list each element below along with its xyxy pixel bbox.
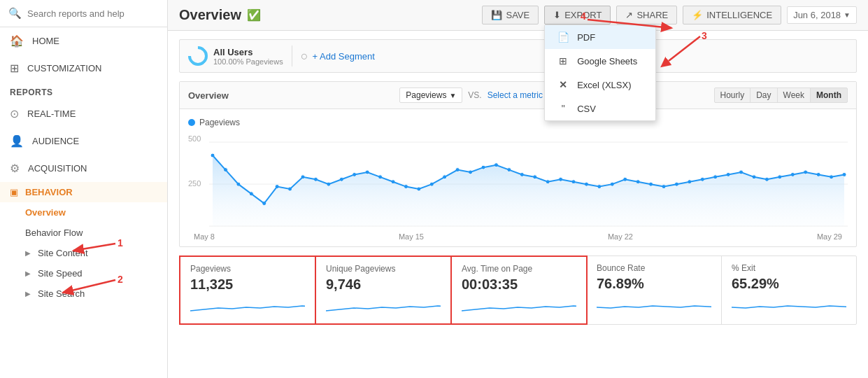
sidebar-subitem-site-search[interactable]: ▶ Site Search: [0, 284, 167, 304]
sidebar-item-behavior[interactable]: ▣ BEHAVIOR: [0, 182, 167, 202]
audience-icon: 👤: [10, 134, 24, 148]
y-label-500: 500: [188, 134, 201, 143]
date-may15: May 15: [399, 232, 424, 241]
add-segment-btn[interactable]: ○ + Add Segment: [301, 49, 375, 64]
chart-legend: Pageviews: [188, 118, 848, 127]
sidebar-item-acquisition[interactable]: ⚙ ACQUISITION: [0, 155, 167, 182]
search-icon: 🔍: [8, 7, 22, 20]
mini-chart-pageviews: [190, 297, 305, 316]
sidebar: 🔍 🏠 HOME ⊞ CUSTOMIZATION Reports ⊙ REAL-…: [0, 0, 168, 378]
add-segment-icon: ○: [301, 49, 308, 64]
chart-area: Pageviews 500 250: [180, 109, 856, 246]
all-users-segment: All Users 100.00% Pageviews: [188, 46, 283, 66]
stat-pageviews-value: 11,325: [190, 276, 305, 293]
mini-chart-avgtime: [462, 297, 576, 316]
export-label: EXPORT: [564, 10, 602, 20]
stat-avg-time: Avg. Time on Page 00:03:35: [450, 255, 588, 325]
stat-bounce-value: 76.89%: [597, 276, 711, 292]
save-icon: 💾: [491, 10, 502, 20]
intelligence-button[interactable]: ⚡ INTELLIGENCE: [683, 6, 781, 24]
y-label-250: 250: [188, 179, 201, 188]
metric-label: Pageviews: [406, 90, 446, 100]
date-may29: May 29: [817, 232, 842, 241]
select-metric-link[interactable]: Select a metric: [488, 90, 543, 100]
intelligence-icon: ⚡: [692, 10, 703, 20]
stat-bounce-rate: Bounce Rate 76.89%: [587, 256, 722, 324]
export-menu: 📄 PDF ⊞ Google Sheets ✕ Excel (XLSX) " C…: [544, 24, 656, 121]
share-button[interactable]: ↗ SHARE: [616, 6, 677, 24]
export-excel[interactable]: ✕ Excel (XLSX): [545, 73, 655, 97]
stat-pageviews-label: Pageviews: [190, 264, 305, 274]
time-tab-week[interactable]: Week: [777, 88, 811, 103]
mini-chart-bounce: [597, 296, 711, 316]
reports-section-label: Reports: [0, 82, 167, 100]
export-pdf[interactable]: 📄 PDF: [545, 25, 655, 49]
stat-exit-value: 65.29%: [732, 276, 846, 292]
metric-select[interactable]: Pageviews ▼: [399, 88, 462, 103]
acquisition-icon: ⚙: [10, 162, 20, 175]
behavior-icon: ▣: [10, 187, 18, 197]
save-label: SAVE: [506, 10, 529, 20]
content-area: All Users 100.00% Pageviews ○ + Add Segm…: [168, 31, 868, 378]
mini-chart-exit: [732, 296, 846, 316]
csv-icon: ": [556, 103, 570, 114]
sidebar-item-home-label: HOME: [32, 36, 59, 46]
chevron-right-icon2: ▶: [25, 270, 31, 277]
metric-controls: Pageviews ▼ VS. Select a metric: [399, 88, 543, 103]
sidebar-item-customization[interactable]: ⊞ CUSTOMIZATION: [0, 55, 167, 82]
add-segment-label: + Add Segment: [313, 51, 375, 62]
export-dropdown: ⬇ EXPORT 📄 PDF ⊞ Google Sheets ✕ Excel (…: [544, 6, 611, 24]
search-input[interactable]: [27, 8, 159, 19]
customization-icon: ⊞: [10, 62, 19, 75]
sidebar-item-audience[interactable]: 👤 AUDIENCE: [0, 127, 167, 155]
segment-bar: All Users 100.00% Pageviews ○ + Add Segm…: [179, 39, 857, 73]
sidebar-subitem-site-speed[interactable]: ▶ Site Speed: [0, 263, 167, 284]
segment-name: All Users: [213, 47, 283, 57]
date-range-chevron: ▼: [844, 11, 851, 19]
date-may8: May 8: [194, 232, 215, 241]
sidebar-behavior-label: BEHAVIOR: [25, 187, 73, 197]
date-may22: May 22: [608, 232, 633, 241]
export-button[interactable]: ⬇ EXPORT: [544, 6, 611, 24]
sidebar-realtime-label: REAL-TIME: [27, 108, 76, 119]
home-icon: 🏠: [10, 34, 24, 48]
search-bar[interactable]: 🔍: [0, 0, 167, 27]
chevron-right-icon3: ▶: [25, 290, 31, 298]
toolbar: Overview ✅ 💾 SAVE ⬇ EXPORT 📄 PDF ⊞ Googl…: [168, 0, 868, 31]
sidebar-sitespeed-label: Site Speed: [38, 268, 83, 279]
sidebar-sitesearch-label: Site Search: [38, 288, 85, 299]
stat-exit-label: % Exit: [732, 263, 846, 273]
sheets-icon: ⊞: [556, 55, 570, 66]
time-tab-hourly[interactable]: Hourly: [714, 88, 751, 103]
date-range-text: Jun 6, 2018: [793, 10, 841, 20]
time-tabs: Hourly Day Week Month: [714, 88, 848, 103]
segment-divider: [292, 46, 292, 66]
main-content: Overview ✅ 💾 SAVE ⬇ EXPORT 📄 PDF ⊞ Googl…: [168, 0, 868, 378]
vs-label: VS.: [468, 90, 481, 100]
sidebar-item-realtime[interactable]: ⊙ REAL-TIME: [0, 100, 167, 127]
stat-avgtime-label: Avg. Time on Page: [462, 264, 576, 274]
page-title: Overview ✅: [179, 7, 476, 23]
export-pdf-label: PDF: [577, 32, 595, 43]
export-google-sheets[interactable]: ⊞ Google Sheets: [545, 49, 655, 73]
date-range[interactable]: Jun 6, 2018 ▼: [787, 6, 857, 24]
sidebar-behaviorflow-label: Behavior Flow: [25, 227, 83, 238]
sidebar-subitem-overview[interactable]: Overview: [0, 202, 167, 223]
export-sheets-label: Google Sheets: [577, 56, 637, 66]
export-csv[interactable]: " CSV: [545, 97, 655, 120]
overview-header: Overview Pageviews ▼ VS. Select a metric…: [180, 82, 856, 109]
sidebar-audience-label: AUDIENCE: [32, 136, 79, 146]
sidebar-subitem-behavior-flow[interactable]: Behavior Flow: [0, 223, 167, 243]
chart-svg: [209, 132, 848, 230]
time-tab-month[interactable]: Month: [810, 88, 848, 103]
legend-label: Pageviews: [199, 118, 240, 127]
sidebar-subitem-site-content[interactable]: ▶ Site Content: [0, 243, 167, 263]
export-icon: ⬇: [553, 10, 561, 20]
stat-pct-exit: % Exit 65.29%: [722, 256, 856, 324]
save-button[interactable]: 💾 SAVE: [482, 6, 539, 24]
share-icon: ↗: [625, 10, 633, 20]
segment-info: All Users 100.00% Pageviews: [213, 47, 283, 66]
intelligence-label: INTELLIGENCE: [706, 10, 772, 20]
sidebar-item-home[interactable]: 🏠 HOME: [0, 27, 167, 55]
time-tab-day[interactable]: Day: [750, 88, 777, 103]
